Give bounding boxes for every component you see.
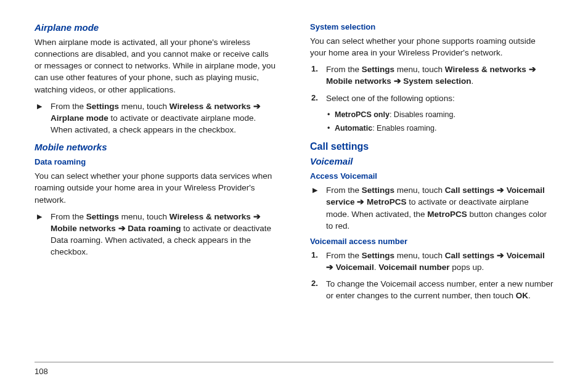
number-marker: 2. <box>311 92 318 104</box>
step-system-2: 2. Select one of the following options: <box>310 92 553 104</box>
para-system-selection: You can select whether your phone suppor… <box>310 35 553 59</box>
triangle-icon: ▶ <box>312 186 317 195</box>
heading-access-voicemail: Access Voicemail <box>310 171 553 181</box>
heading-airplane-mode: Airplane mode <box>35 22 278 33</box>
bullet-icon: • <box>327 109 330 121</box>
triangle-icon: ▶ <box>37 212 42 222</box>
bullet-icon: • <box>327 123 330 134</box>
option-metropcs: •MetroPCS only: Disables roaming. <box>310 109 553 121</box>
right-column: System selection You can select whether … <box>310 22 553 307</box>
step-data-roaming: ▶ From the Settings menu, touch Wireless… <box>35 211 278 258</box>
page-content: Airplane mode When airplane mode is acti… <box>0 0 588 319</box>
heading-voicemail: Voicemail <box>310 156 553 166</box>
para-data-roaming: You can select whether your phone suppor… <box>35 170 278 205</box>
step-system-1: 1. From the Settings menu, touch Wireles… <box>310 63 553 87</box>
number-marker: 2. <box>311 278 318 289</box>
step-airplane: ▶ From the Settings menu, touch Wireless… <box>35 100 278 136</box>
heading-mobile-networks: Mobile networks <box>35 142 278 152</box>
number-marker: 1. <box>311 63 318 75</box>
step-van-2: 2. To change the Voicemail access number… <box>310 278 553 301</box>
footer-rule <box>35 362 553 362</box>
heading-data-roaming: Data roaming <box>35 157 278 166</box>
para-airplane: When airplane mode is activated, all you… <box>35 36 278 96</box>
option-automatic: •Automatic: Enables roaming. <box>310 123 553 134</box>
number-marker: 1. <box>311 250 318 261</box>
step-access-voicemail: ▶ From the Settings menu, touch Call set… <box>310 184 553 232</box>
heading-call-settings: Call settings <box>310 141 553 152</box>
step-van-1: 1. From the Settings menu, touch Call se… <box>310 250 553 273</box>
heading-voicemail-access-number: Voicemail access number <box>310 237 553 246</box>
page-number: 108 <box>35 367 48 376</box>
triangle-icon: ▶ <box>37 102 42 112</box>
left-column: Airplane mode When airplane mode is acti… <box>35 22 278 307</box>
heading-system-selection: System selection <box>310 22 553 31</box>
